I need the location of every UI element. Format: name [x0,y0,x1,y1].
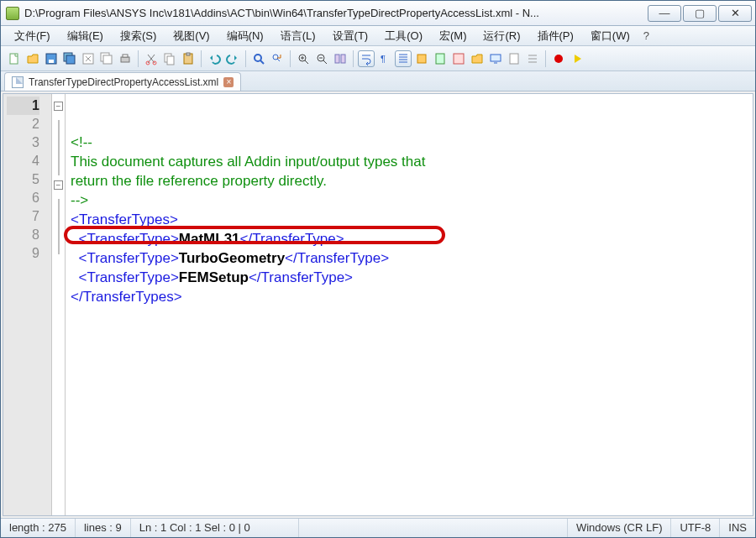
svg-rect-2 [49,60,54,63]
svg-rect-20 [335,55,339,63]
open-file-button[interactable] [24,50,41,67]
replace-button[interactable] [269,50,286,67]
svg-rect-9 [123,55,128,57]
menubar: 文件(F) 编辑(E) 搜索(S) 视图(V) 编码(N) 语言(L) 设置(T… [1,26,755,46]
code-area[interactable]: <!-- This document captures all Addin in… [66,94,753,515]
code-comment: <!-- [71,134,92,150]
show-symbol-button[interactable]: ¶ [376,50,393,67]
menu-search[interactable]: 搜索(S) [112,27,165,45]
menu-encoding[interactable]: 编码(N) [218,27,272,45]
menu-run[interactable]: 运行(R) [475,27,528,45]
xml-tag: <TransferType> [78,231,178,247]
menu-tools[interactable]: 工具(O) [376,27,431,45]
menu-language[interactable]: 语言(L) [272,27,324,45]
toolbar: ¶ [1,46,755,71]
close-window-button[interactable]: ✕ [718,5,752,22]
code-comment: This document captures all Addin input/o… [71,154,425,170]
fold-toggle[interactable]: − [54,180,63,190]
menu-macro[interactable]: 宏(M) [431,27,475,45]
line-number: 4 [7,152,39,170]
svg-point-28 [554,55,563,63]
editor-scroll[interactable]: 1 2 3 4 5 6 7 8 9 − − <!-- This docum [3,94,753,515]
statusbar: length : 275 lines : 9 Ln : 1 Col : 1 Se… [1,518,755,537]
indent-guide-button[interactable] [395,50,412,67]
copy-button[interactable] [161,50,178,67]
menu-more[interactable]: ? [638,28,654,44]
word-wrap-button[interactable] [358,50,375,67]
menu-edit[interactable]: 编辑(E) [59,27,112,45]
zoom-in-button[interactable] [295,50,312,67]
save-all-button[interactable] [61,50,78,67]
svg-rect-23 [417,55,426,63]
window-title: D:\Program Files\ANSYS Inc\v181\Addins\A… [24,7,646,19]
undo-button[interactable] [206,50,223,67]
find-button[interactable] [250,50,267,67]
paste-button[interactable] [180,50,197,67]
maximize-button[interactable]: ▢ [683,5,717,22]
xml-tag: <TransferType> [78,250,178,266]
record-macro-button[interactable] [550,50,567,67]
code-comment: --> [71,192,88,208]
fold-line [58,199,60,217]
play-macro-button[interactable] [569,50,585,67]
redo-button[interactable] [224,50,241,67]
status-eol[interactable]: Windows (CR LF) [568,519,672,537]
zoom-out-button[interactable] [313,50,330,67]
svg-rect-8 [121,57,129,62]
close-all-button[interactable] [98,50,115,67]
fold-line [58,157,60,175]
line-number: 5 [7,170,39,189]
app-icon [6,7,19,20]
fold-line [58,120,60,138]
svg-rect-15 [186,53,190,55]
svg-point-16 [255,55,261,61]
user-lang-button[interactable] [413,50,430,67]
xml-tag: </TransferType> [249,269,353,285]
menu-file[interactable]: 文件(F) [6,27,59,45]
xml-tag: <TransferType> [78,269,178,285]
minimize-icon: — [659,7,670,19]
menu-settings[interactable]: 设置(T) [324,27,377,45]
doc-switch-button[interactable] [506,50,522,67]
file-tab[interactable]: TransferTypeDirectPropertyAccessList.xml… [4,72,241,91]
xml-tag: <TransferTypes> [71,212,178,227]
toolbar-separator [138,50,139,67]
xml-tag: </TransferType> [285,250,389,266]
xml-text: FEMSetup [179,269,249,285]
editor: 1 2 3 4 5 6 7 8 9 − − <!-- This docum [3,93,753,516]
func-list-button[interactable] [450,50,467,67]
app-window: D:\Program Files\ANSYS Inc\v181\Addins\A… [0,0,756,538]
tab-close-button[interactable]: × [223,77,234,87]
menu-window[interactable]: 窗口(W) [582,27,638,45]
new-file-button[interactable] [6,50,23,67]
fold-line [58,236,60,254]
menu-plugins[interactable]: 插件(P) [529,27,582,45]
toolbar-separator [201,50,202,67]
folder-view-button[interactable] [469,50,486,67]
menu-view[interactable]: 视图(V) [165,27,218,45]
svg-rect-25 [454,54,464,64]
line-number: 2 [7,115,39,133]
minimize-button[interactable]: — [648,5,681,22]
fold-line [58,217,60,236]
close-button[interactable] [80,50,97,67]
fold-toggle[interactable]: − [54,102,63,111]
status-encoding[interactable]: UTF-8 [671,519,720,537]
status-position: Ln : 1 Col : 1 Sel : 0 | 0 [131,519,299,537]
print-button[interactable] [117,50,134,67]
sync-view-button[interactable] [332,50,349,67]
monitor-button[interactable] [487,50,504,67]
toolbar-separator [245,50,246,67]
svg-rect-27 [510,54,518,64]
doc-map-button[interactable] [432,50,449,67]
svg-rect-26 [491,55,501,61]
svg-text:¶: ¶ [381,54,386,64]
save-button[interactable] [43,50,60,67]
toolbar-separator [353,50,354,67]
toolbar-separator [290,50,291,67]
doc-list-button[interactable] [524,50,541,67]
svg-rect-4 [66,55,75,64]
maximize-icon: ▢ [695,7,705,19]
status-insert-mode[interactable]: INS [720,519,755,537]
cut-button[interactable] [143,50,160,67]
